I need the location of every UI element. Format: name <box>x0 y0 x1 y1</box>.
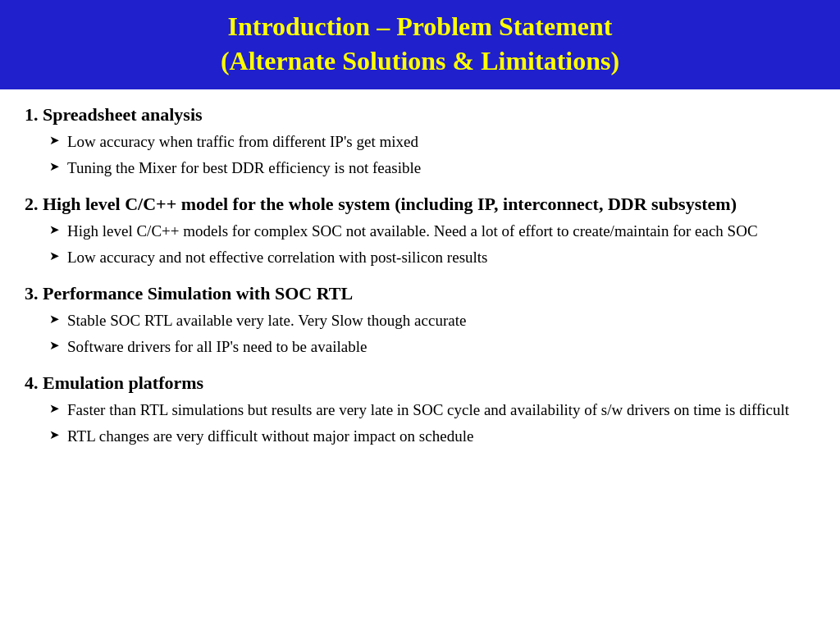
section-4-bullet-2: RTL changes are very difficult without m… <box>49 425 815 448</box>
section-3-bullet-2: Software drivers for all IP's need to be… <box>49 336 815 358</box>
section-2-bullet-2: Low accuracy and not effective correlati… <box>49 246 815 269</box>
section-1: 1. Spreadsheet analysisLow accuracy when… <box>25 104 815 179</box>
section-1-bullets: Low accuracy when traffic from different… <box>49 130 815 179</box>
section-3-bullet-1: Stable SOC RTL available very late. Very… <box>49 309 815 332</box>
section-2-title: 2. High level C/C++ model for the whole … <box>25 194 815 215</box>
section-2-bullet-1: High level C/C++ models for complex SOC … <box>49 220 815 243</box>
section-3-title: 3. Performance Simulation with SOC RTL <box>25 283 815 304</box>
section-2-bullets: High level C/C++ models for complex SOC … <box>49 220 815 268</box>
section-4-title: 4. Emulation platforms <box>25 372 815 394</box>
title-line2: (Alternate Solutions & Limitations) <box>221 46 619 75</box>
slide-title: Introduction – Problem Statement (Altern… <box>16 10 824 78</box>
section-1-bullet-2: Tuning the Mixer for best DDR efficiency… <box>49 157 815 180</box>
slide-content: 1. Spreadsheet analysisLow accuracy when… <box>0 89 840 630</box>
section-3-bullets: Stable SOC RTL available very late. Very… <box>49 309 815 358</box>
section-1-bullet-1: Low accuracy when traffic from different… <box>49 130 815 153</box>
section-1-title: 1. Spreadsheet analysis <box>25 104 815 126</box>
section-3: 3. Performance Simulation with SOC RTLSt… <box>25 283 815 358</box>
title-line1: Introduction – Problem Statement <box>227 11 612 41</box>
slide-container: Introduction – Problem Statement (Altern… <box>0 0 840 630</box>
slide-header: Introduction – Problem Statement (Altern… <box>0 0 840 89</box>
section-4: 4. Emulation platformsFaster than RTL si… <box>25 372 815 447</box>
section-4-bullets: Faster than RTL simulations but results … <box>49 399 815 447</box>
section-4-bullet-1: Faster than RTL simulations but results … <box>49 399 815 422</box>
section-2: 2. High level C/C++ model for the whole … <box>25 194 815 268</box>
